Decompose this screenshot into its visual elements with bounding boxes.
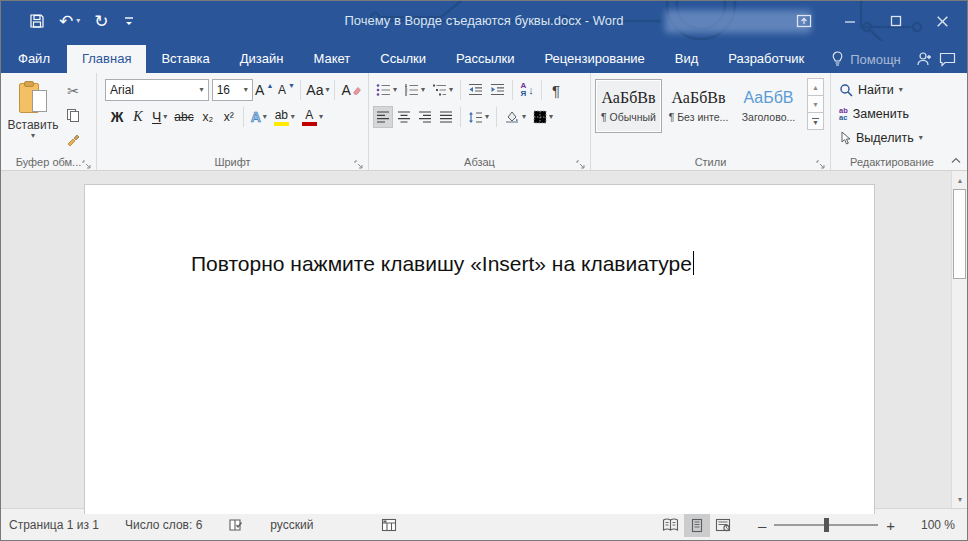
separator xyxy=(460,107,461,127)
styles-more-button[interactable]: ▼ xyxy=(807,112,824,130)
clear-formatting-button[interactable]: А xyxy=(338,79,364,101)
proofing-status-button[interactable] xyxy=(228,518,244,533)
zoom-level[interactable]: 100 % xyxy=(913,518,955,532)
font-family-select[interactable]: Arial ▾ xyxy=(105,79,209,101)
tab-home[interactable]: Главная xyxy=(67,45,146,73)
document-page[interactable]: Повторно нажмите клавишу «Insert» на кла… xyxy=(84,184,875,514)
tab-references[interactable]: Ссылки xyxy=(365,45,441,73)
tell-me-tab[interactable]: Помощн xyxy=(819,45,913,73)
italic-button[interactable]: К xyxy=(128,106,148,128)
styles-scroll-up-button[interactable]: ▲ xyxy=(807,78,824,96)
align-center-icon xyxy=(397,111,411,123)
chevron-down-icon: ▾ xyxy=(393,86,397,94)
text-effects-button[interactable]: А ▾ xyxy=(248,106,270,128)
close-button[interactable] xyxy=(923,6,961,36)
tab-design[interactable]: Дизайн xyxy=(225,45,299,73)
save-button[interactable] xyxy=(29,13,45,29)
font-group: Arial ▾ 16 ▾ А▲ А▼ Аа ▾ xyxy=(97,73,369,170)
print-layout-view-button[interactable] xyxy=(684,513,710,537)
tab-mailings[interactable]: Рассылки xyxy=(441,45,529,73)
share-button[interactable] xyxy=(913,45,936,73)
shrink-font-button[interactable]: А▼ xyxy=(276,79,298,101)
tab-file[interactable]: Файл xyxy=(1,45,67,73)
align-left-button[interactable] xyxy=(373,106,393,128)
collapse-ribbon-button[interactable] xyxy=(949,154,963,166)
styles-dialog-launcher[interactable] xyxy=(816,156,827,167)
chevron-down-icon: ▾ xyxy=(421,86,425,94)
style-heading1[interactable]: АаБбВ Заголово... xyxy=(735,79,802,133)
language-button[interactable]: русский xyxy=(270,518,313,532)
feedback-button[interactable] xyxy=(936,45,959,73)
tab-insert[interactable]: Вставка xyxy=(146,45,224,73)
find-button[interactable]: Найти ▾ xyxy=(839,80,953,100)
zoom-out-button[interactable]: – xyxy=(750,517,774,534)
ribbon-display-options-button[interactable] xyxy=(785,6,823,36)
decrease-indent-icon xyxy=(468,83,483,97)
tab-layout[interactable]: Макет xyxy=(298,45,365,73)
style-no-spacing[interactable]: АаБбВв ¶ Без инте... xyxy=(665,79,732,133)
font-color-button[interactable]: А ▾ xyxy=(299,106,326,128)
numbering-button[interactable]: ▾ xyxy=(401,79,428,101)
macro-recording-button[interactable] xyxy=(381,518,397,532)
bullets-button[interactable]: ▾ xyxy=(373,79,400,101)
underline-button[interactable]: Ч ▾ xyxy=(149,106,170,128)
style-normal[interactable]: АаБбВв ¶ Обычный xyxy=(595,79,662,133)
tab-developer[interactable]: Разработчик xyxy=(713,45,819,73)
scroll-down-button[interactable]: ▼ xyxy=(952,491,968,507)
decrease-indent-button[interactable] xyxy=(465,79,486,101)
line-spacing-button[interactable]: ▾ xyxy=(465,106,492,128)
vertical-scrollbar[interactable]: ▲ ▼ xyxy=(951,171,967,508)
paint-bucket-icon xyxy=(504,110,520,124)
select-button[interactable]: Выделить ▾ xyxy=(839,128,953,148)
scroll-up-button[interactable]: ▲ xyxy=(952,172,968,188)
increase-indent-button[interactable] xyxy=(487,79,508,101)
customize-qat-button[interactable] xyxy=(123,14,135,28)
sort-button[interactable]: А Я ↓ xyxy=(517,79,537,101)
ribbon-tab-bar: Файл Главная Вставка Дизайн Макет Ссылки… xyxy=(1,41,967,73)
clipboard-dialog-launcher[interactable] xyxy=(82,156,93,167)
save-icon xyxy=(29,13,45,29)
paste-button[interactable]: Вставить ▾ xyxy=(5,77,61,152)
font-dialog-launcher[interactable] xyxy=(354,156,365,167)
copy-button[interactable] xyxy=(61,105,85,125)
paragraph-dialog-launcher[interactable] xyxy=(576,156,587,167)
replace-button[interactable]: ab ac Заменить xyxy=(839,104,953,124)
redo-button[interactable]: ↻ xyxy=(94,13,108,30)
dialog-launcher-icon xyxy=(354,160,364,170)
grow-font-button[interactable]: А▲ xyxy=(253,79,276,101)
minimize-button[interactable] xyxy=(831,6,869,36)
maximize-icon xyxy=(889,14,903,28)
word-count[interactable]: Число слов: 6 xyxy=(125,518,202,532)
bold-button[interactable]: Ж xyxy=(107,106,127,128)
zoom-slider-thumb[interactable] xyxy=(824,518,829,532)
styles-scroll-down-button[interactable]: ▼ xyxy=(807,95,824,113)
borders-icon xyxy=(533,110,547,124)
show-marks-button[interactable]: ¶ xyxy=(546,79,566,101)
align-center-button[interactable] xyxy=(394,106,414,128)
document-paragraph[interactable]: Повторно нажмите клавишу «Insert» на кла… xyxy=(191,251,694,276)
shading-button[interactable]: ▾ xyxy=(501,106,529,128)
read-mode-view-button[interactable] xyxy=(658,513,684,537)
tab-review[interactable]: Рецензирование xyxy=(529,45,659,73)
zoom-in-button[interactable]: + xyxy=(878,517,903,534)
scrollbar-thumb[interactable] xyxy=(953,189,966,279)
cut-button[interactable]: ✂ xyxy=(61,81,85,101)
undo-button[interactable]: ↶ ▾ xyxy=(59,13,80,30)
superscript-button[interactable]: x² xyxy=(219,106,239,128)
strikethrough-button[interactable]: abc xyxy=(171,106,196,128)
highlight-color-button[interactable]: ab ▾ xyxy=(271,106,298,128)
align-right-button[interactable] xyxy=(415,106,435,128)
web-layout-view-button[interactable] xyxy=(710,513,736,537)
tab-view[interactable]: Вид xyxy=(660,45,714,73)
font-size-select[interactable]: 16 ▾ xyxy=(212,79,253,101)
page-count[interactable]: Страница 1 из 1 xyxy=(9,518,99,532)
change-case-button[interactable]: Аа ▾ xyxy=(304,79,331,101)
justify-button[interactable] xyxy=(436,106,456,128)
multilevel-list-button[interactable]: ▾ xyxy=(429,79,456,101)
subscript-button[interactable]: x₂ xyxy=(198,106,218,128)
maximize-button[interactable] xyxy=(877,6,915,36)
zoom-slider[interactable] xyxy=(774,524,878,526)
format-painter-button[interactable] xyxy=(61,129,85,149)
borders-button[interactable]: ▾ xyxy=(530,106,556,128)
tell-me-label: Помощн xyxy=(850,52,901,67)
